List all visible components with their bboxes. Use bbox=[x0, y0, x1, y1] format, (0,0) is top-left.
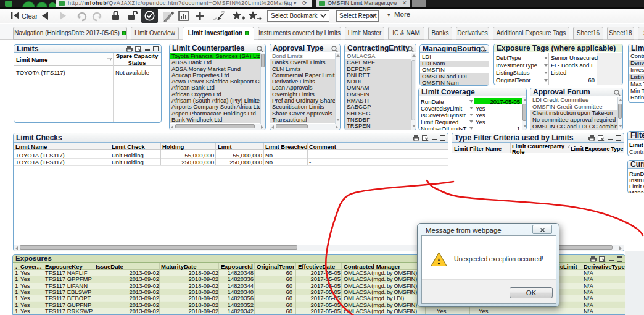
svg-text:Clear: Clear bbox=[22, 12, 38, 20]
